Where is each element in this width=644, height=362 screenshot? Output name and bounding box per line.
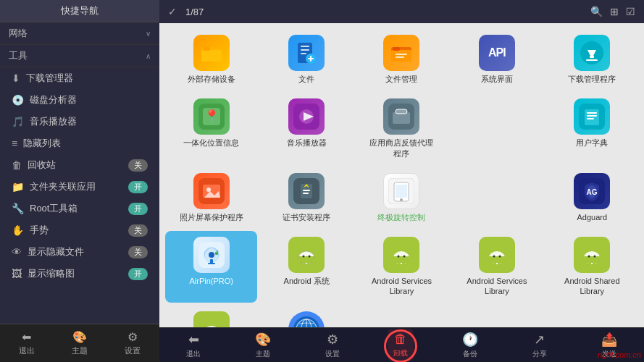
app-item-files[interactable]: 文件	[260, 29, 352, 90]
app-item-adguard[interactable]: AG Adguard	[546, 167, 638, 228]
bottom-uninstall-icon: 🗑	[394, 332, 407, 347]
footer-settings[interactable]: ⚙ 设置	[106, 324, 159, 362]
bottom-uninstall[interactable]: 🗑 卸载	[388, 329, 414, 361]
cert-installer-icon	[288, 173, 325, 209]
sidebar-item-show-thumbnails-label: 显示缩略图	[28, 267, 75, 280]
app-item-store-feedback[interactable]: 应用商店反馈代理程序	[356, 93, 448, 164]
app-item-android-webview[interactable]: Android System WebView	[260, 306, 352, 327]
watermark: right.com.cn	[598, 350, 641, 359]
svg-rect-9	[308, 58, 314, 59]
adguard-icon: AG	[574, 173, 610, 209]
bottom-settings-icon: ⚙	[327, 332, 338, 348]
bottom-backup-icon: 🕐	[462, 332, 478, 348]
svg-rect-11	[391, 50, 411, 62]
app-item-android-shared-2[interactable]: Android Shared Library	[165, 306, 257, 327]
svg-rect-63	[311, 258, 314, 263]
svg-point-70	[403, 256, 406, 258]
footer-exit[interactable]: ⬅ 退出	[0, 324, 53, 362]
sidebar-item-root-toolbox[interactable]: 🔧 Root工具箱 开	[0, 198, 159, 219]
app-label-airpin: AirPin(PRO)	[189, 276, 233, 286]
root-toolbox-icon: 🔧	[12, 203, 24, 214]
root-toolbox-toggle[interactable]: 开	[128, 203, 148, 215]
sidebar-item-disk-analyzer[interactable]: 💿 磁盘分析器	[0, 89, 159, 111]
sidebar-section-network[interactable]: 网络 ∨	[0, 22, 159, 45]
sidebar-item-hidden-list[interactable]: ≡ 隐藏列表	[0, 132, 159, 154]
app-item-android-system[interactable]: Android 系统	[260, 231, 352, 303]
svg-rect-84	[489, 258, 492, 263]
footer-theme[interactable]: 🎨 主题	[53, 324, 106, 362]
app-item-airpin[interactable]: AirPin(PRO)	[165, 231, 257, 303]
svg-rect-65	[307, 262, 310, 266]
sidebar-item-folder-apps[interactable]: 📁 文件夹关联应用 开	[0, 176, 159, 198]
svg-point-69	[398, 256, 400, 258]
select-all-icon[interactable]: ☑	[626, 6, 635, 17]
sidebar-item-gesture[interactable]: ✋ 手势 关	[0, 219, 159, 241]
app-item-cert-installer[interactable]: 证书安装程序	[260, 167, 352, 228]
show-hidden-toggle[interactable]: 关	[128, 246, 148, 258]
bottom-uninstall-label: 卸载	[393, 348, 408, 358]
folder-apps-toggle[interactable]: 开	[128, 181, 148, 193]
svg-text:AG: AG	[587, 188, 598, 196]
app-item-android-services-1[interactable]: Android Services Library	[356, 231, 448, 303]
page-count: 1/87	[185, 7, 204, 17]
sidebar-item-music-player[interactable]: 🎵 音乐播放器	[0, 111, 159, 132]
svg-rect-40	[303, 190, 310, 191]
system-ui-icon: API	[479, 35, 515, 71]
app-item-user-dict[interactable]: 用户字典	[546, 93, 638, 164]
svg-rect-18	[586, 59, 598, 61]
app-item-rotate-control[interactable]: 终极旋转控制	[356, 167, 448, 228]
main-header: ✓ 1/87 🔍 ⊞ ☑	[159, 0, 644, 23]
search-icon[interactable]: 🔍	[590, 6, 603, 17]
airpin-icon	[193, 237, 230, 273]
sidebar-item-download-manager[interactable]: ⬇ 下载管理器	[0, 67, 159, 89]
grid-icon[interactable]: ⊞	[610, 6, 619, 17]
app-item-external-storage[interactable]: 外部存储设备	[165, 29, 257, 90]
sidebar-item-folder-apps-label: 文件夹关联应用	[30, 180, 96, 193]
app-label-user-dict: 用户字典	[576, 138, 608, 148]
hidden-list-icon: ≡	[12, 138, 17, 149]
sidebar-item-show-thumbnails[interactable]: 🖼 显示缩略图 开	[0, 263, 159, 285]
app-item-android-services-2[interactable]: Android Services Library	[451, 231, 543, 303]
android-webview-icon	[288, 311, 325, 327]
bottom-theme[interactable]: 🎨 主题	[249, 329, 277, 362]
svg-rect-33	[587, 118, 594, 119]
theme-icon: 🎨	[72, 330, 87, 344]
svg-rect-17	[590, 56, 594, 58]
gesture-toggle[interactable]: 关	[128, 224, 148, 237]
app-item-file-manager[interactable]: 文件管理	[356, 29, 448, 90]
bottom-settings[interactable]: ⚙ 设置	[319, 329, 346, 362]
exit-icon: ⬅	[22, 330, 31, 344]
app-item-photo-screensaver[interactable]: 照片屏幕保护程序	[165, 167, 257, 228]
files-icon	[288, 35, 325, 71]
app-item-download-mgr[interactable]: 下载管理程序	[546, 29, 638, 90]
svg-point-58	[303, 256, 305, 258]
file-manager-icon	[383, 35, 419, 71]
show-thumbnails-toggle[interactable]: 开	[128, 268, 148, 280]
folder-apps-icon: 📁	[12, 181, 24, 193]
bottom-share[interactable]: ↗ 分享	[527, 329, 553, 362]
photo-screensaver-icon	[193, 173, 230, 209]
sidebar: 快捷导航 网络 ∨ 工具 ∧ ⬇ 下载管理器 💿 磁盘分析器 🎵 音乐播放器 ≡…	[0, 0, 159, 362]
sidebar-item-music-player-label: 音乐播放器	[30, 115, 77, 128]
chevron-tools-icon: ∧	[146, 52, 151, 60]
android-system-icon	[288, 237, 325, 273]
app-item-system-ui[interactable]: API 系统界面	[451, 29, 543, 90]
bottom-backup[interactable]: 🕐 备份	[456, 329, 484, 362]
svg-point-45	[400, 198, 403, 201]
bottom-theme-icon: 🎨	[255, 332, 271, 348]
app-label-files: 文件	[298, 74, 314, 84]
sidebar-item-show-hidden[interactable]: 👁 显示隐藏文件 关	[0, 241, 159, 263]
sidebar-section-tools[interactable]: 工具 ∧	[0, 45, 159, 67]
recycle-bin-toggle[interactable]: 关	[128, 159, 148, 172]
sidebar-item-recycle-bin[interactable]: 🗑 回收站 关	[0, 154, 159, 176]
app-label-android-system: Android 系统	[284, 276, 330, 286]
music-player-icon: 🎵	[12, 116, 24, 127]
app-item-android-shared-1[interactable]: Android Shared Library	[546, 231, 638, 303]
bottom-exit[interactable]: ⬅ 退出	[180, 329, 206, 362]
app-item-location[interactable]: 📍 一体化位置信息	[165, 93, 257, 164]
sidebar-header: 快捷导航	[0, 0, 159, 22]
app-item-music[interactable]: 音乐播放器	[260, 93, 352, 164]
svg-rect-85	[502, 258, 505, 263]
chevron-network-icon: ∨	[146, 30, 151, 38]
footer-theme-label: 主题	[72, 345, 88, 356]
